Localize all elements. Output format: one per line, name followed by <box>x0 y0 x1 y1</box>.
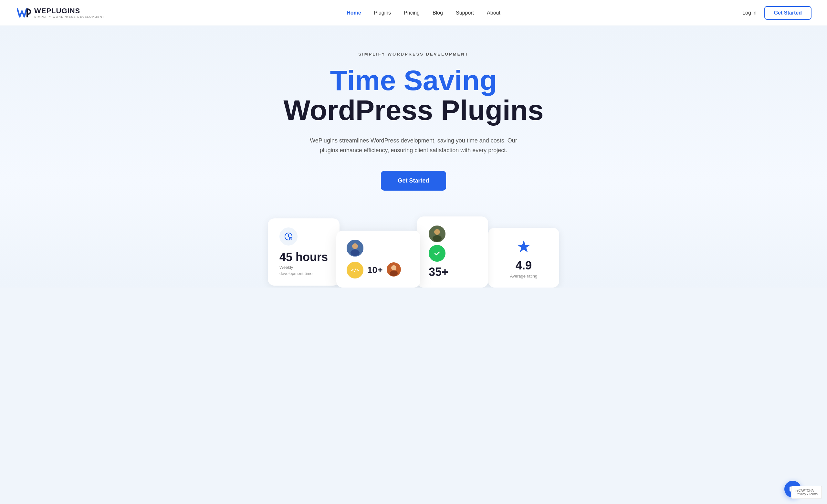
plugins-count: 10+ <box>367 265 383 275</box>
navbar: WEPLUGINS SIMPLIFY WORDPRESS DEVELOPMENT… <box>0 0 827 26</box>
check-icon <box>433 249 441 257</box>
hero-title: Time Saving WordPress Plugins <box>15 65 812 125</box>
logo-text: WEPLUGINS SIMPLIFY WORDPRESS DEVELOPMENT <box>34 7 105 18</box>
stat-hours-label: Weeklydevelopment time <box>280 265 328 276</box>
stat-projects-number: 35+ <box>429 265 477 279</box>
svg-point-8 <box>391 265 396 270</box>
recaptcha-badge: reCAPTCHAPrivacy - Terms <box>791 486 822 499</box>
stat-hours-icon-circle: ⚙ <box>280 228 297 246</box>
check-circle <box>429 245 445 262</box>
get-started-nav-button[interactable]: Get Started <box>764 6 812 20</box>
nav-blog[interactable]: Blog <box>433 10 443 15</box>
stats-row: ⚙ 45 hours Weeklydevelopment time </> <box>15 216 812 288</box>
rating-label: Average rating <box>500 274 547 279</box>
logo-icon <box>15 5 31 21</box>
avatar-person-3 <box>429 225 445 242</box>
stat-card-rating: ★ 4.9 Average rating <box>488 228 559 288</box>
recaptcha-text: reCAPTCHAPrivacy - Terms <box>795 489 818 496</box>
nav-menu: Home Plugins Pricing Blog Support About <box>347 10 500 16</box>
nav-actions: Log in Get Started <box>742 6 812 20</box>
avatar-person-2 <box>387 262 401 276</box>
get-started-hero-button[interactable]: Get Started <box>381 171 446 191</box>
stat-card-projects: 35+ <box>417 216 488 288</box>
svg-point-11 <box>434 229 440 235</box>
avatar-bottom <box>387 262 401 278</box>
nav-home[interactable]: Home <box>347 10 361 15</box>
nav-pricing[interactable]: Pricing <box>404 10 420 15</box>
svg-point-12 <box>433 235 442 242</box>
brand-name: WEPLUGINS <box>34 7 105 15</box>
rating-number: 4.9 <box>500 259 547 272</box>
code-badge: </> <box>347 262 363 279</box>
avatar-top <box>347 240 363 256</box>
svg-point-6 <box>350 249 359 256</box>
svg-point-9 <box>390 270 398 276</box>
center-plugin-card: </> 10+ <box>336 231 420 288</box>
code-icon: </> <box>351 267 359 273</box>
nav-plugins[interactable]: Plugins <box>374 10 391 15</box>
stat-card-hours: ⚙ 45 hours Weeklydevelopment time <box>268 218 340 286</box>
logo-link[interactable]: WEPLUGINS SIMPLIFY WORDPRESS DEVELOPMENT <box>15 5 105 21</box>
clock-icon: ⚙ <box>284 232 293 241</box>
nav-about[interactable]: About <box>487 10 500 15</box>
card-badge-row: </> 10+ <box>347 262 401 279</box>
hero-section: SIMPLIFY WORDPRESS DEVELOPMENT Time Savi… <box>0 26 827 288</box>
center-bottom-number: 10+ <box>367 265 383 275</box>
hero-tagline: SIMPLIFY WORDPRESS DEVELOPMENT <box>15 52 812 56</box>
nav-support[interactable]: Support <box>456 10 474 15</box>
avatar-person-1 <box>347 240 363 256</box>
svg-text:⚙: ⚙ <box>289 237 291 240</box>
brand-tagline: SIMPLIFY WORDPRESS DEVELOPMENT <box>34 15 105 18</box>
stat-hours-number: 45 hours <box>280 251 328 264</box>
login-button[interactable]: Log in <box>742 10 757 16</box>
star-icon: ★ <box>500 237 547 256</box>
hero-description: WePlugins streamlines WordPress developm… <box>304 136 523 155</box>
hero-title-dark: WordPress Plugins <box>15 95 812 125</box>
hero-title-blue: Time Saving <box>15 65 812 95</box>
svg-point-5 <box>352 243 358 249</box>
